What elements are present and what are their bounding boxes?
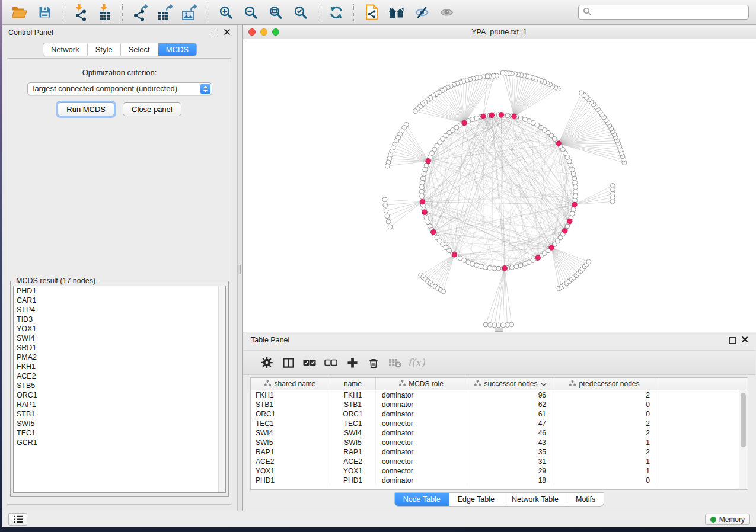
cell-mcds-role[interactable]: dominator [376, 428, 467, 438]
network-node[interactable] [492, 266, 496, 271]
cell-successor-nodes[interactable]: 96 [467, 390, 554, 400]
delete-column-icon[interactable] [363, 357, 384, 368]
cell-mcds-role[interactable]: dominator [376, 476, 467, 485]
export-table-icon[interactable] [155, 2, 176, 23]
cell-shared-name[interactable]: SWI5 [251, 438, 330, 447]
cell-shared-name[interactable]: ORC1 [251, 409, 330, 419]
mcds-result-item[interactable]: TEC1 [14, 428, 225, 438]
cell-mcds-role[interactable]: connector [376, 419, 467, 428]
column-header-shared-name[interactable]: shared name [251, 378, 330, 390]
mcds-result-item[interactable]: STB1 [14, 409, 225, 419]
mcds-result-item[interactable]: SWI4 [14, 334, 225, 343]
save-session-icon[interactable] [34, 2, 55, 23]
mcds-result-item[interactable]: GCR1 [14, 438, 225, 447]
close-table-panel-icon[interactable] [742, 336, 748, 344]
network-node[interactable] [571, 207, 576, 211]
network-node[interactable] [573, 189, 578, 194]
network-node[interactable] [420, 194, 425, 198]
cell-successor-nodes[interactable]: 18 [467, 476, 554, 485]
network-node[interactable] [500, 323, 505, 328]
cell-predecessor-nodes[interactable]: 1 [554, 457, 655, 466]
mcds-node[interactable] [572, 202, 578, 207]
cell-successor-nodes[interactable]: 29 [467, 466, 554, 476]
cell-mcds-role[interactable]: dominator [376, 390, 467, 400]
network-node[interactable] [479, 264, 483, 269]
network-node[interactable] [573, 194, 578, 198]
table-row[interactable]: SWI5 SWI5 connector 43 1 [251, 438, 748, 447]
table-row[interactable]: PHD1 PHD1 dominator 18 0 [251, 476, 748, 485]
mcds-node[interactable] [562, 228, 567, 233]
zoom-in-icon[interactable] [216, 2, 236, 23]
search-input[interactable] [594, 6, 748, 19]
cell-name[interactable]: PHD1 [330, 476, 376, 485]
import-network-icon[interactable] [70, 2, 90, 23]
search-box[interactable] [578, 5, 749, 20]
mcds-node[interactable] [556, 141, 562, 146]
mcds-result-list[interactable]: PHD1CAR1STP4TID3YOX1SWI4SRD1PMA2FKH1ACE2… [13, 286, 226, 493]
network-node[interactable] [571, 172, 576, 177]
network-node[interactable] [384, 209, 388, 213]
table-row[interactable]: STB1 STB1 dominator 62 0 [251, 400, 748, 409]
network-node[interactable] [500, 70, 505, 75]
mcds-result-item[interactable]: TID3 [14, 315, 225, 324]
network-node[interactable] [570, 211, 575, 216]
network-canvas[interactable] [243, 39, 756, 332]
float-table-panel-icon[interactable] [729, 337, 736, 344]
memory-button[interactable]: Memory [705, 514, 750, 525]
optimization-criterion-select[interactable]: largest connected component (undirected) [27, 82, 212, 95]
table-row[interactable]: TEC1 TEC1 connector 47 2 [251, 419, 748, 428]
cell-predecessor-nodes[interactable]: 1 [554, 466, 655, 476]
network-node[interactable] [572, 176, 577, 181]
unselect-all-icon[interactable] [320, 359, 342, 366]
mcds-node[interactable] [481, 114, 486, 119]
export-image-icon[interactable] [180, 2, 200, 23]
cell-name[interactable]: SWI5 [330, 438, 376, 447]
cell-successor-nodes[interactable]: 31 [467, 457, 554, 466]
cell-predecessor-nodes[interactable]: 2 [554, 447, 655, 457]
mcds-result-item[interactable]: FKH1 [14, 362, 225, 371]
zoom-out-icon[interactable] [241, 2, 261, 23]
new-network-from-selection-icon[interactable] [362, 2, 382, 23]
tab-select[interactable]: Select [120, 43, 158, 56]
cell-predecessor-nodes[interactable]: 1 [554, 438, 655, 447]
cell-shared-name[interactable]: ACE2 [251, 457, 330, 466]
mcds-result-item[interactable]: STP4 [14, 305, 225, 315]
mcds-node[interactable] [499, 113, 504, 118]
cell-mcds-role[interactable]: dominator [376, 400, 467, 409]
cell-predecessor-nodes[interactable]: 2 [554, 419, 655, 428]
network-node[interactable] [488, 322, 493, 327]
table-row[interactable]: FKH1 FKH1 dominator 96 2 [251, 390, 748, 400]
cell-successor-nodes[interactable]: 61 [467, 409, 554, 419]
network-node[interactable] [483, 265, 487, 270]
mcds-result-item[interactable]: SWI5 [14, 419, 225, 428]
run-mcds-button[interactable]: Run MCDS [58, 102, 114, 116]
network-node[interactable] [386, 219, 391, 224]
column-header-successor-nodes[interactable]: successor nodes [467, 378, 554, 390]
mcds-node[interactable] [462, 120, 467, 126]
mcds-node[interactable] [489, 113, 495, 118]
network-node[interactable] [496, 266, 501, 271]
cell-successor-nodes[interactable]: 46 [467, 428, 554, 438]
cell-mcds-role[interactable]: connector [376, 438, 467, 447]
network-node[interactable] [388, 225, 393, 229]
column-header-mcds-role[interactable]: MCDS role [376, 378, 467, 390]
network-node[interactable] [441, 289, 446, 294]
tab-edge-table[interactable]: Edge Table [449, 492, 503, 507]
mcds-result-item[interactable]: SRD1 [14, 343, 225, 352]
mcds-node[interactable] [549, 245, 554, 250]
tab-motifs[interactable]: Motifs [567, 492, 604, 507]
network-node[interactable] [509, 322, 514, 327]
mcds-node[interactable] [420, 199, 425, 204]
network-node[interactable] [385, 214, 390, 219]
export-network-icon[interactable] [130, 2, 151, 23]
zoom-selected-icon[interactable] [291, 2, 311, 23]
cell-name[interactable]: ACE2 [330, 457, 376, 466]
show-columns-icon[interactable] [277, 357, 299, 368]
table-row[interactable]: ORC1 ORC1 dominator 61 0 [251, 409, 748, 419]
vertical-splitter-handle[interactable] [238, 265, 241, 274]
network-node[interactable] [586, 259, 591, 264]
cell-predecessor-nodes[interactable]: 2 [554, 428, 655, 438]
cell-name[interactable]: TEC1 [330, 419, 376, 428]
table-row[interactable]: RAP1 RAP1 dominator 35 2 [251, 447, 748, 457]
network-node[interactable] [573, 180, 578, 185]
